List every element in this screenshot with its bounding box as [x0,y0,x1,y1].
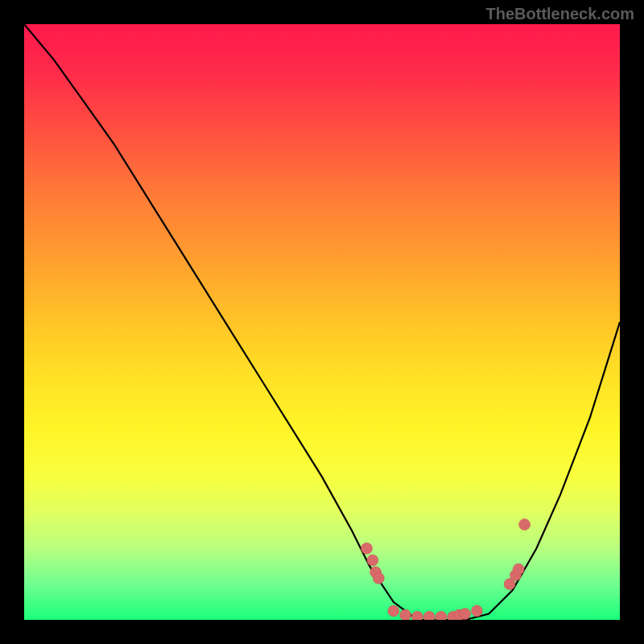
data-point [471,605,482,617]
data-point [367,555,378,566]
data-point [436,611,447,620]
data-point [519,519,530,530]
data-point [423,611,435,620]
chart-svg [24,24,620,620]
chart-plot-area [24,24,620,620]
data-point [373,572,384,584]
data-point [361,543,373,554]
watermark-text: TheBottleneck.com [486,5,634,23]
data-point [411,611,423,620]
data-point [513,564,524,575]
bottleneck-curve [24,24,620,620]
data-point [460,609,471,620]
scatter-points [361,519,530,620]
data-point [400,609,411,620]
data-point [388,605,399,617]
